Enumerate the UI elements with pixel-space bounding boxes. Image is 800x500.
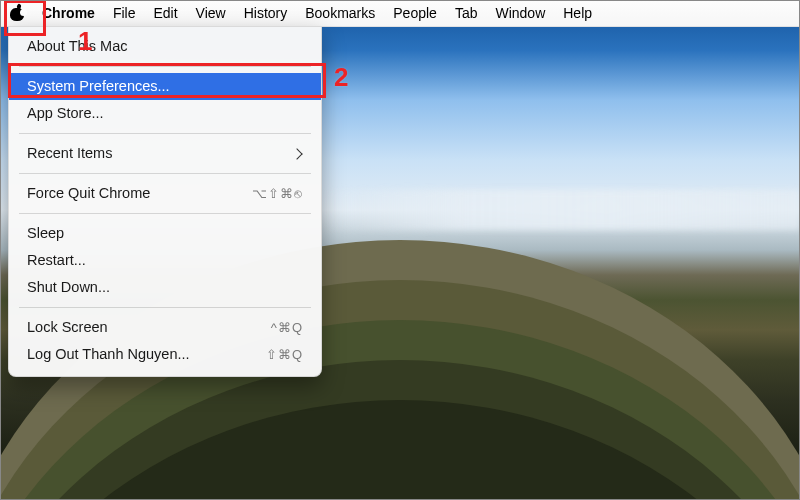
apple-menu-about[interactable]: About This Mac	[9, 33, 321, 60]
menu-item-label: Sleep	[27, 225, 64, 241]
apple-menu-app-store[interactable]: App Store...	[9, 100, 321, 127]
apple-menu-system-preferences[interactable]: System Preferences...	[9, 73, 321, 100]
menu-bar: Chrome File Edit View History Bookmarks …	[0, 0, 800, 27]
apple-leaf-icon	[16, 3, 22, 9]
apple-menu: About This Mac System Preferences... App…	[8, 26, 322, 377]
apple-menu-shutdown[interactable]: Shut Down...	[9, 274, 321, 301]
apple-menu-recent-items[interactable]: Recent Items	[9, 140, 321, 167]
menu-separator	[19, 133, 311, 134]
menu-bar-item-help[interactable]: Help	[563, 5, 592, 21]
menu-item-label: Force Quit Chrome	[27, 185, 150, 201]
menu-bar-item-file[interactable]: File	[113, 5, 136, 21]
apple-logo-icon[interactable]	[10, 5, 24, 21]
wallpaper-fog	[320, 190, 800, 230]
menu-separator	[19, 213, 311, 214]
chevron-right-icon	[291, 148, 302, 159]
menu-item-label: Recent Items	[27, 145, 112, 161]
apple-menu-restart[interactable]: Restart...	[9, 247, 321, 274]
menu-bar-item-bookmarks[interactable]: Bookmarks	[305, 5, 375, 21]
menu-separator	[19, 173, 311, 174]
apple-menu-sleep[interactable]: Sleep	[9, 220, 321, 247]
menu-separator	[19, 66, 311, 67]
apple-menu-logout[interactable]: Log Out Thanh Nguyen... ⇧⌘Q	[9, 341, 321, 368]
apple-menu-lock-screen[interactable]: Lock Screen ^⌘Q	[9, 314, 321, 341]
menu-item-label: Log Out Thanh Nguyen...	[27, 346, 190, 362]
menu-item-label: Lock Screen	[27, 319, 108, 335]
menu-separator	[19, 307, 311, 308]
menu-bar-item-edit[interactable]: Edit	[153, 5, 177, 21]
menu-item-label: System Preferences...	[27, 78, 170, 94]
menu-bar-app-name[interactable]: Chrome	[42, 5, 95, 21]
menu-item-label: Restart...	[27, 252, 86, 268]
menu-shortcut: ⌥⇧⌘⎋	[252, 180, 303, 207]
apple-menu-force-quit[interactable]: Force Quit Chrome ⌥⇧⌘⎋	[9, 180, 321, 207]
menu-bar-item-people[interactable]: People	[393, 5, 437, 21]
menu-bar-item-tab[interactable]: Tab	[455, 5, 478, 21]
menu-item-label: Shut Down...	[27, 279, 110, 295]
menu-shortcut: ^⌘Q	[271, 314, 303, 341]
menu-item-label: App Store...	[27, 105, 104, 121]
menu-bar-item-history[interactable]: History	[244, 5, 288, 21]
menu-bar-item-window[interactable]: Window	[495, 5, 545, 21]
menu-item-label: About This Mac	[27, 38, 127, 54]
menu-shortcut: ⇧⌘Q	[266, 341, 303, 368]
menu-bar-item-view[interactable]: View	[196, 5, 226, 21]
